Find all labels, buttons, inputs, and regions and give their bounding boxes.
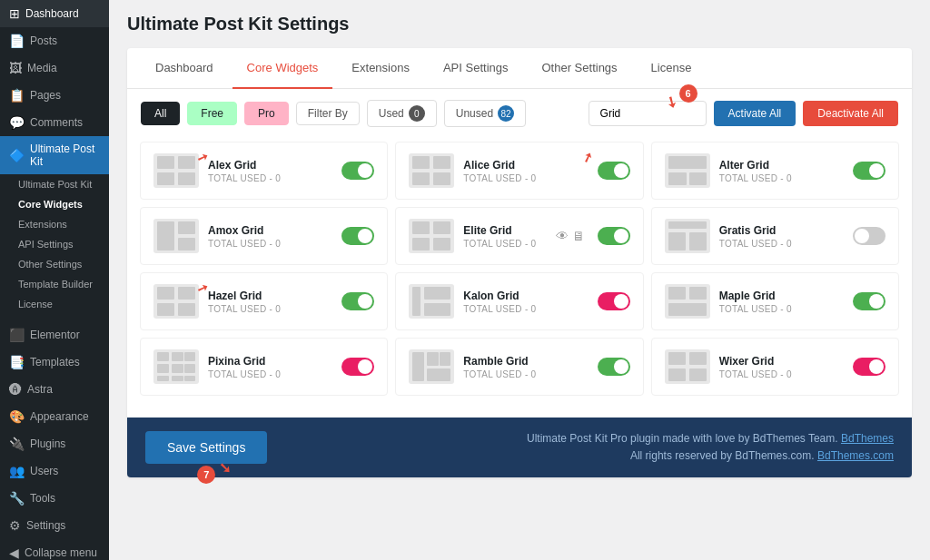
svg-rect-19 bbox=[668, 232, 686, 251]
deactivate-all-button[interactable]: Deactivate All bbox=[803, 101, 898, 126]
svg-rect-45 bbox=[689, 352, 707, 365]
amox-grid-thumb bbox=[153, 219, 199, 253]
svg-rect-4 bbox=[412, 156, 430, 169]
sidebar-item-posts[interactable]: 📄 Posts bbox=[0, 27, 109, 54]
sidebar-sub-item-other-settings[interactable]: Other Settings bbox=[0, 254, 109, 274]
svg-rect-37 bbox=[157, 376, 169, 381]
tab-dashboard[interactable]: Dashboard bbox=[141, 48, 228, 89]
sidebar-item-appearance[interactable]: 🎨 Appearance bbox=[0, 403, 109, 430]
filter-used-button[interactable]: Used 0 bbox=[367, 100, 437, 127]
eye-icon[interactable]: 👁 bbox=[556, 229, 569, 243]
tab-extensions[interactable]: Extensions bbox=[337, 48, 424, 89]
widgets-grid: ➚ Alex Grid TOTAL USED - 0 bbox=[127, 138, 912, 408]
tab-other-settings[interactable]: Other Settings bbox=[528, 48, 632, 89]
kalon-grid-toggle[interactable] bbox=[598, 292, 630, 310]
widget-card-ramble-grid: Ramble Grid TOTAL USED - 0 bbox=[395, 338, 643, 396]
hazel-grid-toggle[interactable] bbox=[341, 292, 374, 310]
sidebar-item-templates[interactable]: 📑 Templates bbox=[0, 349, 109, 376]
appearance-icon: 🎨 bbox=[9, 409, 25, 424]
alex-grid-meta: TOTAL USED - 0 bbox=[208, 173, 332, 183]
svg-rect-38 bbox=[172, 376, 183, 381]
elite-grid-toggle[interactable] bbox=[598, 227, 630, 245]
users-icon: 👥 bbox=[9, 464, 25, 478]
svg-rect-35 bbox=[172, 364, 183, 373]
monitor-icon[interactable]: 🖥 bbox=[572, 229, 585, 243]
tab-core-widgets[interactable]: Core Widgets bbox=[232, 48, 333, 89]
svg-rect-27 bbox=[424, 303, 450, 316]
alice-grid-thumb bbox=[409, 153, 454, 188]
astra-icon: 🅐 bbox=[9, 382, 22, 397]
sidebar-item-settings[interactable]: ⚙ Settings bbox=[0, 512, 109, 539]
alex-grid-name: Alex Grid bbox=[208, 159, 332, 172]
kalon-grid-name: Kalon Grid bbox=[463, 290, 588, 302]
svg-rect-3 bbox=[178, 172, 195, 185]
sidebar-item-astra[interactable]: 🅐 Astra bbox=[0, 376, 109, 403]
ramble-grid-toggle[interactable] bbox=[598, 358, 630, 376]
activate-all-button[interactable]: Activate All bbox=[714, 101, 796, 126]
hazel-grid-thumb bbox=[153, 284, 199, 319]
tab-api-settings[interactable]: API Settings bbox=[429, 48, 523, 89]
sidebar-item-elementor[interactable]: ⬛ Elementor bbox=[0, 321, 109, 349]
svg-rect-47 bbox=[689, 368, 707, 381]
widget-card-maple-grid: Maple Grid TOTAL USED - 0 bbox=[651, 272, 899, 330]
maple-grid-toggle[interactable] bbox=[853, 292, 885, 310]
hazel-grid-info: Hazel Grid TOTAL USED - 0 bbox=[208, 290, 332, 314]
plugins-icon: 🔌 bbox=[9, 437, 25, 451]
sidebar-sub-item-template-builder[interactable]: Template Builder bbox=[0, 274, 109, 294]
svg-rect-10 bbox=[689, 172, 707, 185]
svg-rect-31 bbox=[157, 352, 169, 361]
kalon-grid-thumb bbox=[409, 284, 454, 319]
wixer-grid-toggle[interactable] bbox=[853, 358, 885, 376]
sidebar-item-pages[interactable]: 📋 Pages bbox=[0, 82, 109, 109]
sidebar-item-users[interactable]: 👥 Users bbox=[0, 457, 109, 485]
bdthemes-dot-com-link[interactable]: BdThemes.com bbox=[817, 449, 894, 462]
amox-grid-toggle[interactable] bbox=[341, 227, 374, 245]
gratis-grid-thumb bbox=[665, 219, 710, 253]
footer-line2: All rights reserved by BdThemes.com. BdT… bbox=[527, 447, 894, 465]
used-badge: 0 bbox=[409, 105, 425, 122]
filter-pro-button[interactable]: Pro bbox=[244, 102, 289, 125]
sidebar-sub-item-api-settings[interactable]: API Settings bbox=[0, 234, 109, 254]
sidebar-sub-item-extensions[interactable]: Extensions bbox=[0, 214, 109, 234]
svg-rect-18 bbox=[668, 221, 707, 229]
sidebar-sub-item-core-widgets[interactable]: Core Widgets bbox=[0, 194, 109, 214]
ramble-grid-thumb bbox=[409, 349, 454, 384]
svg-rect-13 bbox=[178, 238, 195, 251]
filter-free-button[interactable]: Free bbox=[187, 102, 237, 125]
gratis-grid-name: Gratis Grid bbox=[719, 224, 844, 237]
alter-grid-toggle[interactable] bbox=[853, 162, 885, 180]
alex-grid-info: Alex Grid TOTAL USED - 0 bbox=[208, 159, 332, 183]
elementor-icon: ⬛ bbox=[9, 328, 25, 342]
gratis-grid-meta: TOTAL USED - 0 bbox=[719, 239, 844, 249]
alice-grid-toggle[interactable] bbox=[598, 162, 630, 180]
sidebar-sub-item-license[interactable]: License bbox=[0, 294, 109, 314]
maple-grid-name: Maple Grid bbox=[719, 290, 844, 302]
svg-rect-24 bbox=[178, 303, 195, 316]
tab-license[interactable]: License bbox=[637, 48, 707, 89]
ramble-grid-meta: TOTAL USED - 0 bbox=[463, 369, 588, 379]
filter-all-button[interactable]: All bbox=[141, 102, 180, 125]
maple-grid-info: Maple Grid TOTAL USED - 0 bbox=[719, 290, 844, 314]
pixina-grid-toggle[interactable] bbox=[341, 358, 374, 376]
sidebar-sub-item-upk[interactable]: Ultimate Post Kit bbox=[0, 174, 109, 194]
sidebar-item-dashboard[interactable]: ⊞ Dashboard bbox=[0, 0, 109, 27]
annotation-badge-7: 7 bbox=[197, 466, 215, 484]
search-input[interactable] bbox=[589, 101, 707, 126]
sidebar-item-plugins[interactable]: 🔌 Plugins bbox=[0, 430, 109, 457]
svg-rect-5 bbox=[433, 156, 450, 169]
gratis-grid-toggle[interactable] bbox=[853, 227, 885, 245]
filter-unused-button[interactable]: Unused 82 bbox=[444, 100, 526, 127]
sidebar-item-collapse[interactable]: ◀ Collapse menu bbox=[0, 539, 109, 560]
sidebar-item-ultimate-post-kit[interactable]: 🔷 Ultimate Post Kit bbox=[0, 136, 109, 174]
annotation-arrow-7: ➘ bbox=[219, 459, 231, 476]
alter-grid-meta: TOTAL USED - 0 bbox=[719, 173, 844, 183]
svg-rect-0 bbox=[157, 156, 174, 169]
alex-grid-toggle[interactable] bbox=[341, 162, 374, 180]
sidebar-item-tools[interactable]: 🔧 Tools bbox=[0, 485, 109, 512]
tools-icon: 🔧 bbox=[9, 491, 25, 506]
save-settings-button[interactable]: Save Settings bbox=[145, 431, 267, 464]
bdthemes-link[interactable]: BdThemes bbox=[841, 432, 894, 445]
alter-grid-name: Alter Grid bbox=[719, 159, 844, 172]
sidebar-item-comments[interactable]: 💬 Comments bbox=[0, 109, 109, 136]
sidebar-item-media[interactable]: 🖼 Media bbox=[0, 54, 109, 82]
